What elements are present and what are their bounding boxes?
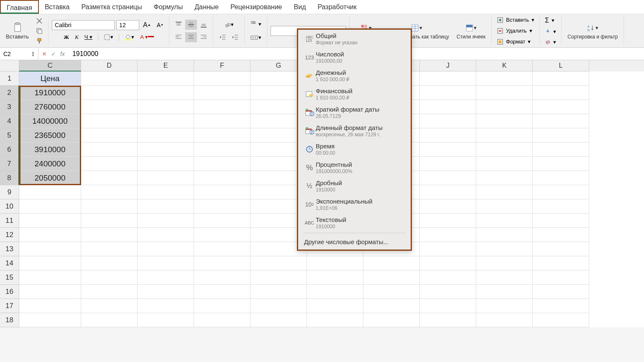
cell-L7[interactable] <box>533 157 589 171</box>
cell-C15[interactable] <box>19 270 81 285</box>
tab-developer[interactable]: Разработчик <box>312 0 362 14</box>
merge-button[interactable]: ▾ <box>248 32 263 43</box>
cell-reference-box[interactable]: C2 ▲▼ <box>0 49 38 59</box>
cell-K11[interactable] <box>476 214 533 228</box>
cell-K5[interactable] <box>476 128 533 143</box>
cell-D2[interactable] <box>81 86 138 100</box>
cell-E1[interactable] <box>138 71 194 86</box>
cell-F6[interactable] <box>194 143 250 157</box>
cell-K3[interactable] <box>476 100 533 114</box>
cell-G18[interactable] <box>250 313 307 327</box>
cell-L15[interactable] <box>533 270 589 285</box>
cell-F8[interactable] <box>194 171 250 185</box>
format-cells-button[interactable]: Формат ▾ <box>495 38 532 46</box>
tab-page-layout[interactable]: Разметка страницы <box>75 0 148 14</box>
row-header-7[interactable]: 7 <box>0 157 19 171</box>
column-header-L[interactable]: L <box>533 60 589 71</box>
row-header-8[interactable]: 8 <box>0 171 19 185</box>
cell-E16[interactable] <box>138 285 194 299</box>
fx-icon[interactable]: fx <box>60 51 65 57</box>
cell-K10[interactable] <box>476 199 533 214</box>
cell-F12[interactable] <box>194 228 250 242</box>
cell-J3[interactable] <box>420 100 476 114</box>
cell-H16[interactable] <box>307 285 363 299</box>
column-header-E[interactable]: E <box>138 60 194 71</box>
cancel-formula-icon[interactable]: ✕ <box>42 51 47 57</box>
cell-F13[interactable] <box>194 242 250 256</box>
cell-J17[interactable] <box>420 299 476 313</box>
format-fraction-item[interactable]: ½ Дробный1910000 <box>298 177 411 195</box>
cell-L10[interactable] <box>533 199 589 214</box>
row-header-4[interactable]: 4 <box>0 114 19 128</box>
cell-D12[interactable] <box>81 228 138 242</box>
cell-C11[interactable] <box>19 214 81 228</box>
cell-G14[interactable] <box>250 256 307 270</box>
cell-L4[interactable] <box>533 114 589 128</box>
cell-E17[interactable] <box>138 299 194 313</box>
cell-L8[interactable] <box>533 171 589 185</box>
align-bottom-button[interactable] <box>198 20 210 30</box>
format-long-date-item[interactable]: Длинный формат датывоскресенье, 26 мая 7… <box>298 122 411 140</box>
cell-C10[interactable] <box>19 199 81 214</box>
cell-D10[interactable] <box>81 199 138 214</box>
cell-I18[interactable] <box>363 313 420 327</box>
format-time-item[interactable]: Время00:00:00 <box>298 140 411 158</box>
cell-L11[interactable] <box>533 214 589 228</box>
row-header-10[interactable]: 10 <box>0 199 19 214</box>
cell-K12[interactable] <box>476 228 533 242</box>
cell-L1[interactable] <box>533 71 589 86</box>
cell-F18[interactable] <box>194 313 250 327</box>
cell-E8[interactable] <box>138 171 194 185</box>
tab-formulas[interactable]: Формулы <box>148 0 189 14</box>
row-header-16[interactable]: 16 <box>0 285 19 299</box>
cell-F17[interactable] <box>194 299 250 313</box>
cell-E11[interactable] <box>138 214 194 228</box>
cell-C2[interactable]: 1910000 <box>19 86 81 100</box>
cell-C17[interactable] <box>19 299 81 313</box>
row-header-9[interactable]: 9 <box>0 185 19 199</box>
cell-L12[interactable] <box>533 228 589 242</box>
cell-J14[interactable] <box>420 256 476 270</box>
cell-styles-button[interactable]: ▾ Стили ячеек <box>454 21 488 41</box>
cell-D13[interactable] <box>81 242 138 256</box>
tab-home[interactable]: Главная <box>0 0 39 14</box>
cell-E14[interactable] <box>138 256 194 270</box>
cell-E7[interactable] <box>138 157 194 171</box>
fill-button[interactable]: ▾ <box>543 28 558 36</box>
row-header-1[interactable]: 1 <box>0 71 19 86</box>
cell-F5[interactable] <box>194 128 250 143</box>
tab-view[interactable]: Вид <box>288 0 312 14</box>
more-number-formats-item[interactable]: Другие числовые форматы... <box>298 234 411 250</box>
tab-review[interactable]: Рецензирование <box>225 0 288 14</box>
cell-J5[interactable] <box>420 128 476 143</box>
font-color-button[interactable]: A ▾ <box>138 33 156 41</box>
cell-K16[interactable] <box>476 285 533 299</box>
column-header-D[interactable]: D <box>81 60 138 71</box>
cell-E4[interactable] <box>138 114 194 128</box>
cell-F7[interactable] <box>194 157 250 171</box>
decrease-indent-button[interactable] <box>217 32 228 42</box>
cell-J18[interactable] <box>420 313 476 327</box>
cell-J12[interactable] <box>420 228 476 242</box>
wrap-text-button[interactable]: ab ▾ <box>248 19 263 30</box>
format-general-item[interactable]: ABC123 ОбщийФормат не указан <box>298 30 411 48</box>
cell-C3[interactable]: 2760000 <box>19 100 81 114</box>
column-header-K[interactable]: K <box>476 60 533 71</box>
clear-button[interactable]: ▾ <box>543 38 558 46</box>
cell-K9[interactable] <box>476 185 533 199</box>
cell-C18[interactable] <box>19 313 81 327</box>
cell-L2[interactable] <box>533 86 589 100</box>
tab-data[interactable]: Данные <box>189 0 225 14</box>
align-right-button[interactable] <box>198 32 210 42</box>
cell-K8[interactable] <box>476 171 533 185</box>
cell-J13[interactable] <box>420 242 476 256</box>
cell-E3[interactable] <box>138 100 194 114</box>
orientation-button[interactable]: ab ▾ <box>221 20 236 30</box>
cell-K14[interactable] <box>476 256 533 270</box>
cell-L17[interactable] <box>533 299 589 313</box>
format-currency-item[interactable]: Денежный1 910 000,00 ₽ <box>298 66 411 85</box>
cell-F9[interactable] <box>194 185 250 199</box>
cell-L18[interactable] <box>533 313 589 327</box>
format-accounting-item[interactable]: Финансовый1 910 000,00 ₽ <box>298 85 411 103</box>
cell-F4[interactable] <box>194 114 250 128</box>
